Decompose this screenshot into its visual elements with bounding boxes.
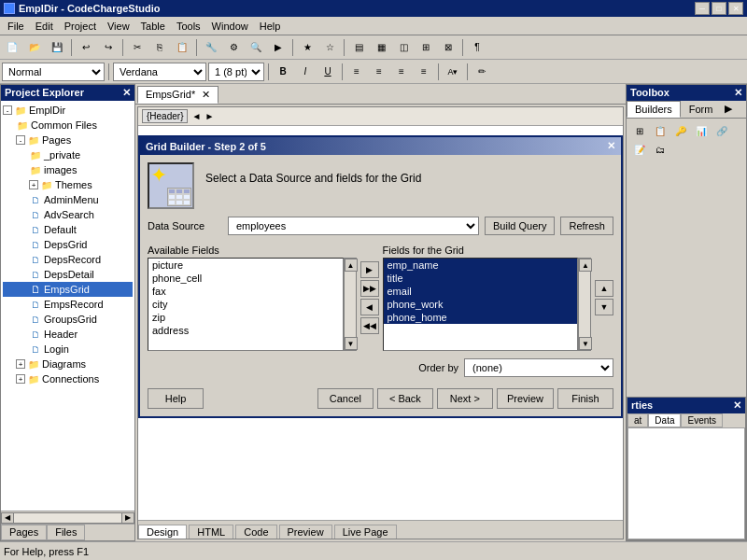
tb-btn12[interactable]: ¶ <box>467 38 487 57</box>
tab-design[interactable]: Design <box>138 525 187 539</box>
toolbox-icon-2[interactable]: 📋 <box>651 122 669 139</box>
tab-preview[interactable]: Preview <box>279 525 332 539</box>
back-button[interactable]: < Back <box>377 388 433 409</box>
tree-connections[interactable]: + 📁 Connections <box>3 371 133 386</box>
props-tab-events[interactable]: Events <box>681 413 723 427</box>
tree-root[interactable]: - 📁 EmplDir <box>3 103 133 118</box>
toolbox-nav-right[interactable]: ▶ <box>721 101 736 118</box>
props-tab-data[interactable]: Data <box>648 413 681 427</box>
tab-code[interactable]: Code <box>235 525 276 539</box>
grid-scroll-down[interactable]: ▼ <box>579 337 592 350</box>
pages-tab[interactable]: Pages <box>1 525 47 540</box>
close-project-explorer[interactable]: ✕ <box>122 87 131 99</box>
tab-html[interactable]: HTML <box>189 525 233 539</box>
add-field-btn[interactable]: ▶ <box>360 261 379 278</box>
font-dropdown[interactable]: Verdana <box>113 63 206 81</box>
scroll-right-btn[interactable]: ▶ <box>121 512 134 524</box>
tree-default[interactable]: 🗋 Default <box>3 222 133 237</box>
tree-login[interactable]: 🗋 Login <box>3 342 133 357</box>
size-dropdown[interactable]: 1 (8 pt) <box>208 63 264 81</box>
grid-field-phone-work[interactable]: phone_work <box>384 298 578 311</box>
menu-view[interactable]: View <box>102 19 135 34</box>
toolbox-tab-form[interactable]: Form <box>681 101 722 118</box>
menu-help[interactable]: Help <box>254 19 287 34</box>
data-source-select[interactable]: employees departments groups <box>228 217 479 235</box>
tb-btn10[interactable]: ⊞ <box>416 38 436 57</box>
minimize-button[interactable]: ─ <box>695 2 710 15</box>
tb-btn2[interactable]: ⚙ <box>223 38 244 57</box>
toolbox-icon-6[interactable]: 📝 <box>630 141 649 158</box>
finish-button[interactable]: Finish <box>557 388 613 409</box>
tree-empsrecord[interactable]: 🗋 EmpsRecord <box>3 297 133 312</box>
save-btn[interactable]: 💾 <box>47 38 67 57</box>
cancel-button[interactable]: Cancel <box>317 388 374 409</box>
expand-connections[interactable]: + <box>16 374 25 384</box>
field-city[interactable]: city <box>148 298 343 311</box>
tree-empsgrid[interactable]: 🗋 EmpsGrid <box>3 282 133 297</box>
header-nav-right[interactable]: ► <box>204 111 214 121</box>
tree-advsearch[interactable]: 🗋 AdvSearch <box>3 207 133 222</box>
menu-tools[interactable]: Tools <box>171 19 206 34</box>
grid-field-phone-home[interactable]: phone_home <box>384 311 578 324</box>
menu-table[interactable]: Table <box>135 19 171 34</box>
justify-btn[interactable]: ≡ <box>414 63 434 81</box>
help-button[interactable]: Help <box>148 388 204 409</box>
new-btn[interactable]: 📄 <box>2 38 22 57</box>
expand-pages[interactable]: - <box>16 135 25 145</box>
toolbox-icon-7[interactable]: 🗂 <box>651 141 669 158</box>
files-tab[interactable]: Files <box>47 525 85 540</box>
remove-field-btn[interactable]: ◀ <box>360 299 379 315</box>
tree-diagrams[interactable]: + 📁 Diagrams <box>3 357 133 371</box>
tb-btn6[interactable]: ☆ <box>319 38 340 57</box>
field-phone-cell[interactable]: phone_cell <box>148 272 343 285</box>
props-tab-at[interactable]: at <box>627 413 648 427</box>
expand-root[interactable]: - <box>3 105 12 115</box>
grid-fields-list[interactable]: emp_name title email phone_work phone_ho… <box>383 258 579 351</box>
move-up-btn[interactable]: ▲ <box>595 280 613 297</box>
grid-scroll-up[interactable]: ▲ <box>579 259 592 272</box>
move-down-btn[interactable]: ▼ <box>595 299 613 315</box>
toolbox-icon-1[interactable]: ⊞ <box>630 122 649 139</box>
tab-live-page[interactable]: Live Page <box>334 525 397 539</box>
expand-diagrams[interactable]: + <box>16 359 25 369</box>
tb-btn7[interactable]: ▤ <box>348 38 369 57</box>
toolbox-icon-5[interactable]: 🔗 <box>712 122 731 139</box>
italic-btn[interactable]: I <box>295 63 316 81</box>
avail-scroll-down[interactable]: ▼ <box>345 337 358 350</box>
avail-scroll-up[interactable]: ▲ <box>345 259 358 272</box>
tb-btn1[interactable]: 🔧 <box>201 38 221 57</box>
tb-btn11[interactable]: ⊠ <box>438 38 458 57</box>
toolbox-icon-4[interactable]: 📊 <box>692 122 711 139</box>
copy-btn[interactable]: ⎘ <box>149 38 170 57</box>
tree-header[interactable]: 🗋 Header <box>3 327 133 342</box>
horizontal-scroll[interactable]: ◀ ▶ <box>1 511 134 524</box>
tab-close-empsgrid[interactable]: ✕ <box>202 89 210 100</box>
open-btn[interactable]: 📂 <box>24 38 45 57</box>
available-fields-list[interactable]: picture phone_cell fax city zip address <box>148 258 344 351</box>
paste-btn[interactable]: 📋 <box>172 38 192 57</box>
tree-pages[interactable]: - 📁 Pages <box>3 133 133 147</box>
tree-private[interactable]: 📁 _private <box>3 147 133 162</box>
field-address[interactable]: address <box>148 324 343 337</box>
scroll-left-btn[interactable]: ◀ <box>1 512 14 524</box>
preview-button[interactable]: Preview <box>497 388 554 409</box>
tree-images[interactable]: 📁 images <box>3 162 133 177</box>
tb-btn9[interactable]: ◫ <box>393 38 414 57</box>
header-nav-left[interactable]: ◄ <box>191 111 201 121</box>
align-right-btn[interactable]: ≡ <box>391 63 412 81</box>
close-toolbox-btn[interactable]: ✕ <box>734 87 742 99</box>
next-button[interactable]: Next > <box>437 388 493 409</box>
close-props-btn[interactable]: ✕ <box>733 399 741 412</box>
toolbox-icon-3[interactable]: 🔑 <box>671 122 690 139</box>
maximize-button[interactable]: □ <box>712 2 726 15</box>
tree-depsdetail[interactable]: 🗋 DepsDetail <box>3 267 133 282</box>
tb-btn5[interactable]: ★ <box>297 38 317 57</box>
tree-common-files[interactable]: 📁 Common Files <box>3 118 133 133</box>
field-fax[interactable]: fax <box>148 285 343 298</box>
dialog-close-btn[interactable]: ✕ <box>607 140 615 152</box>
redo-btn[interactable]: ↪ <box>98 38 119 57</box>
close-button[interactable]: ✕ <box>728 2 743 15</box>
grid-field-email[interactable]: email <box>384 285 578 298</box>
tree-themes[interactable]: + 📁 Themes <box>3 177 133 192</box>
tree-groupsgrid[interactable]: 🗋 GroupsGrid <box>3 312 133 327</box>
